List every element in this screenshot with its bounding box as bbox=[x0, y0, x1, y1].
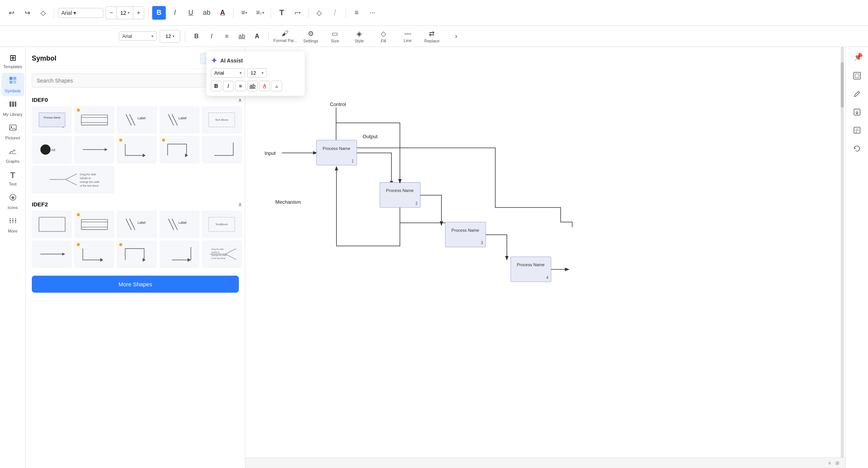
svg-point-13 bbox=[15, 220, 16, 222]
undo-button[interactable]: ↩ bbox=[5, 6, 18, 20]
ai-bold-button[interactable]: B bbox=[211, 81, 221, 91]
idef2-shape-7[interactable] bbox=[74, 240, 114, 268]
scrollbar-thumb[interactable] bbox=[841, 62, 844, 108]
idef2-shape-2[interactable] bbox=[74, 211, 114, 238]
search-input[interactable] bbox=[37, 78, 226, 84]
ai-font-color-button[interactable]: A bbox=[259, 81, 270, 91]
bold-button[interactable]: B bbox=[152, 6, 166, 20]
ft-underline-button[interactable]: ab bbox=[235, 30, 249, 43]
ft-font-selector[interactable]: Arial ▾ bbox=[119, 31, 157, 41]
idef2-shape-8[interactable] bbox=[117, 240, 157, 268]
idef2-shape-1[interactable] bbox=[32, 211, 72, 238]
ft-font-color-button[interactable]: A bbox=[250, 30, 264, 43]
idef0-shape-7[interactable] bbox=[74, 136, 114, 164]
redo-button[interactable]: ↪ bbox=[20, 6, 34, 20]
idef0-shape-1[interactable]: Process Name 1 bbox=[32, 106, 72, 134]
right-select-button[interactable] bbox=[849, 68, 865, 85]
idef0-shape-6[interactable]: A0 bbox=[32, 136, 72, 164]
font-color-button[interactable]: A bbox=[216, 6, 229, 20]
right-pin-button[interactable]: 📌 bbox=[850, 48, 866, 65]
idef0-shape-4[interactable]: Label bbox=[159, 106, 199, 134]
canvas-area[interactable]: Control Input Process Name 1 Output Mech… bbox=[245, 47, 845, 468]
idef0-shape-2[interactable] bbox=[74, 106, 114, 134]
right-history-button[interactable] bbox=[849, 141, 865, 158]
svg-rect-4 bbox=[9, 101, 11, 107]
process-box-1[interactable] bbox=[316, 140, 357, 165]
connector-button[interactable]: ⌐ ▾ bbox=[291, 6, 304, 20]
sidebar-item-more[interactable]: More bbox=[2, 214, 24, 236]
idef2-shape-10[interactable]: Drag the slide handle to change the widt… bbox=[202, 240, 242, 268]
idef0-shape-5[interactable]: Text Block bbox=[202, 106, 242, 134]
increase-font-button[interactable]: + bbox=[133, 7, 144, 19]
ai-italic-button[interactable]: I bbox=[223, 81, 234, 91]
control-label: Control bbox=[330, 101, 346, 107]
svg-line-43 bbox=[65, 179, 77, 185]
sidebar-item-symbols[interactable]: Symbols bbox=[2, 73, 24, 96]
more-menu-button[interactable]: ≡ bbox=[350, 6, 363, 20]
ab-text-button[interactable]: ab bbox=[200, 6, 213, 20]
sidebar-item-text[interactable]: T Text bbox=[2, 167, 24, 189]
ai-font-color2-button[interactable]: ▲ bbox=[271, 81, 282, 91]
sidebar-item-my-library[interactable]: My Library bbox=[2, 97, 24, 120]
line-none-button[interactable]: / bbox=[328, 6, 342, 20]
ft-replace-button[interactable]: ⇄ Replace bbox=[421, 27, 443, 45]
decrease-font-button[interactable]: − bbox=[106, 7, 117, 19]
ft-format-painter-label: Format Pai... bbox=[273, 38, 297, 43]
idef0-shape-10[interactable] bbox=[202, 136, 242, 164]
idef2-shape-9[interactable] bbox=[159, 240, 199, 268]
italic-button[interactable]: I bbox=[168, 6, 182, 20]
process-box-4[interactable] bbox=[511, 257, 551, 282]
idef0-shape-11[interactable]: Drag the slide handle to change the widt… bbox=[32, 166, 114, 193]
ai-align-button[interactable]: ≡ bbox=[235, 81, 246, 91]
history-button[interactable]: ◇ bbox=[36, 6, 50, 20]
font-family-selector[interactable]: Arial ▾ bbox=[58, 8, 103, 18]
align-button[interactable]: ≡ ▾ bbox=[237, 6, 251, 20]
ft-style-button[interactable]: ◈ Style bbox=[349, 27, 370, 45]
more-shapes-button[interactable]: More Shapes bbox=[32, 276, 239, 293]
ai-underline-button[interactable]: ab bbox=[247, 81, 258, 91]
line-spacing-button[interactable]: ≡ ↕ ▾ bbox=[253, 6, 267, 20]
underline-button[interactable]: U bbox=[184, 6, 198, 20]
ft-size-button[interactable]: ▭ Size bbox=[324, 27, 346, 45]
svg-text:Process Name: Process Name bbox=[323, 146, 350, 151]
sidebar-item-pictures[interactable]: Pictures bbox=[2, 120, 24, 143]
ai-size-selector[interactable]: 12 ▾ bbox=[247, 68, 267, 78]
align-icon: ≡ bbox=[241, 9, 245, 17]
sidebar-item-templates[interactable]: ⊞ Templates bbox=[2, 50, 24, 72]
connector-icon: ⌐ bbox=[295, 9, 299, 17]
text-tool-button[interactable]: T bbox=[275, 6, 288, 20]
idef2-shape-4[interactable]: Label bbox=[159, 211, 199, 238]
idef2-shape-5[interactable]: TextBlock bbox=[202, 211, 242, 238]
idef0-shape-3[interactable]: Label bbox=[117, 106, 157, 134]
ft-italic-button[interactable]: I bbox=[205, 30, 218, 43]
idef2-section-header[interactable]: IDEF2 ∧ bbox=[32, 197, 242, 211]
idef0-shape-9[interactable] bbox=[159, 136, 199, 164]
idef0-shape-8[interactable] bbox=[117, 136, 157, 164]
process-box-3[interactable] bbox=[445, 222, 486, 247]
sidebar-item-icons[interactable]: Icons bbox=[2, 190, 24, 213]
ft-fill-button[interactable]: ◇ Fill bbox=[373, 27, 394, 45]
ellipsis-button[interactable]: ··· bbox=[366, 6, 379, 20]
svg-text:Process Name: Process Name bbox=[517, 262, 544, 267]
idef2-shape-3[interactable]: Label bbox=[117, 211, 157, 238]
ft-size-display[interactable]: 12 ▾ bbox=[160, 30, 180, 42]
ft-bold-button[interactable]: B bbox=[190, 30, 203, 43]
vertical-scrollbar[interactable] bbox=[841, 47, 844, 468]
right-pen-button[interactable] bbox=[849, 86, 865, 103]
ft-align-button[interactable]: ≡ bbox=[220, 30, 234, 43]
idef2-shape-6[interactable] bbox=[32, 240, 72, 268]
input-label: Input bbox=[265, 150, 276, 156]
ft-line-button[interactable]: — Line bbox=[397, 27, 418, 45]
ft-settings-button[interactable]: ⚙ Settings bbox=[300, 27, 321, 45]
ft-more-format-button[interactable]: › bbox=[446, 27, 467, 45]
ai-font-selector[interactable]: Arial ▾ bbox=[211, 68, 245, 78]
right-export-button[interactable] bbox=[849, 105, 865, 121]
process-box-2[interactable] bbox=[380, 183, 421, 207]
font-size-display[interactable]: 12 ▾ bbox=[117, 7, 133, 19]
right-notes-button[interactable] bbox=[849, 123, 865, 139]
fill-none-button[interactable]: ◇ bbox=[312, 6, 326, 20]
line-icon: — bbox=[404, 30, 411, 37]
ft-format-painter-button[interactable]: 🖌 Format Pai... bbox=[273, 27, 297, 45]
symbol-panel-title: Symbol bbox=[32, 55, 56, 62]
sidebar-item-graphs[interactable]: Graphs bbox=[2, 144, 24, 167]
